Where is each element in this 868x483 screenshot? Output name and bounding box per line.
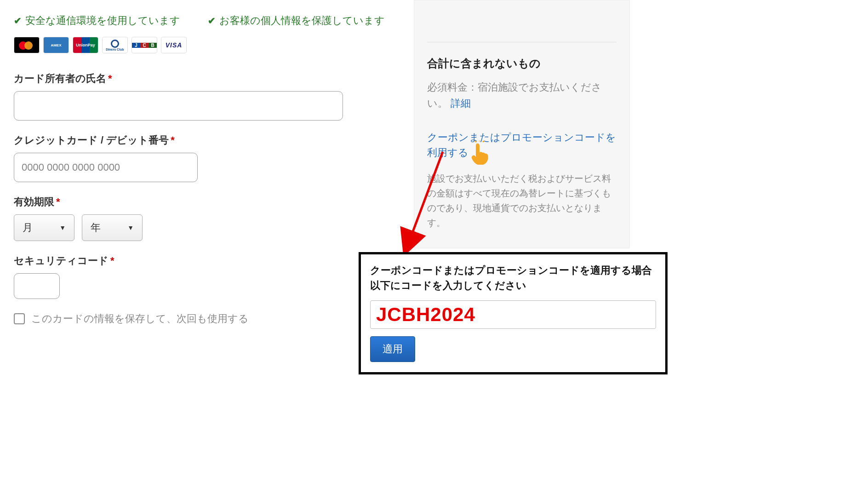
cardholder-label: カード所有者の氏名*: [14, 72, 428, 86]
amex-icon: AMEX: [43, 37, 69, 53]
visa-icon: VISA: [161, 37, 187, 53]
mastercard-icon: [14, 37, 40, 53]
chevron-down-icon: ▼: [59, 224, 66, 231]
chevron-down-icon: ▼: [127, 224, 134, 231]
required-fee-text: 必須料金：宿泊施設でお支払いください。 詳細: [427, 79, 617, 111]
coupon-callout: クーポンコードまたはプロモーションコードを適用する場合 以下にコードを入力してく…: [359, 252, 668, 374]
excluded-title: 合計に含まれないもの: [427, 56, 617, 71]
coupon-link[interactable]: クーポンまたはプロモーションコードを利用する: [427, 130, 617, 160]
expiry-label: 有効期限*: [14, 195, 428, 209]
cvv-input[interactable]: [14, 273, 60, 299]
expiry-month-select[interactable]: 月 ▼: [14, 214, 74, 241]
summary-sidebar: 合計に含まれないもの 必須料金：宿泊施設でお支払いください。 詳細 クーポンまた…: [414, 0, 630, 248]
diners-icon: Diners Club: [102, 37, 128, 53]
jcb-icon: JCB: [131, 37, 157, 53]
apply-coupon-button[interactable]: 適用: [370, 336, 415, 362]
check-icon: ✔: [208, 15, 216, 26]
cardnumber-input[interactable]: [14, 153, 198, 182]
details-link[interactable]: 詳細: [451, 98, 471, 109]
cardnumber-label: クレジットカード / デビット番号*: [14, 133, 428, 147]
privacy-text: お客様の個人情報を保護しています: [219, 14, 385, 28]
privacy-notice: ✔ お客様の個人情報を保護しています: [208, 14, 385, 28]
coupon-heading: クーポンコードまたはプロモーションコードを適用する場合 以下にコードを入力してく…: [370, 263, 656, 293]
cardholder-input[interactable]: [14, 91, 343, 121]
card-brand-logos: AMEX UnionPay Diners Club JCB VISA: [14, 37, 428, 53]
save-card-label: このカードの情報を保存して、次回も使用する: [31, 312, 249, 326]
unionpay-icon: UnionPay: [73, 37, 98, 53]
expiry-year-select[interactable]: 年 ▼: [82, 214, 143, 241]
pointer-hand-icon: [468, 141, 491, 166]
secure-comm-notice: ✔ 安全な通信環境を使用しています: [14, 14, 180, 28]
check-icon: ✔: [14, 15, 22, 26]
save-card-checkbox[interactable]: [14, 313, 25, 324]
secure-comm-text: 安全な通信環境を使用しています: [25, 14, 180, 28]
coupon-code-input[interactable]: [370, 300, 656, 329]
exchange-disclaimer: 施設でお支払いいただく税およびサービス料の金額はすべて現在の為替レートに基づくも…: [427, 171, 617, 230]
